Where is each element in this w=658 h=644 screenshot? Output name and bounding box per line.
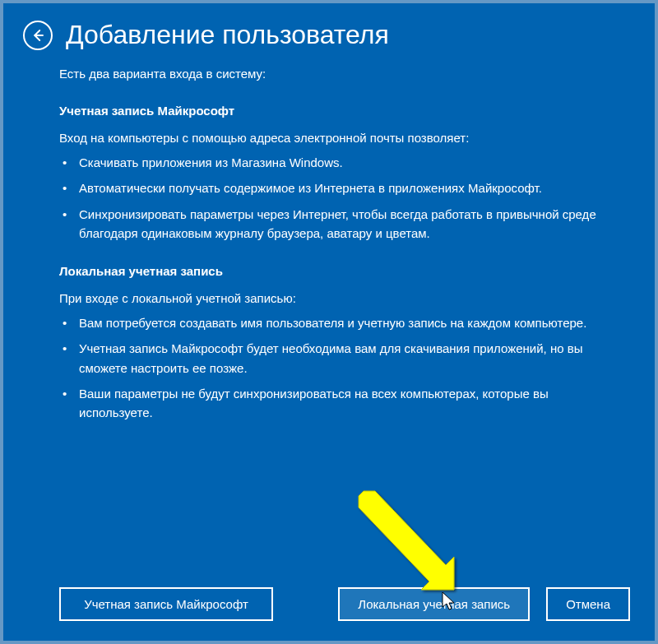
intro-text: Есть два варианта входа в систему: [59, 67, 599, 81]
section-heading: Учетная запись Майкрософт [59, 104, 599, 118]
list-item: Синхронизировать параметры через Интерне… [74, 205, 599, 243]
section-microsoft: Учетная запись Майкрософт Вход на компью… [59, 104, 599, 243]
list-item: Ваши параметры не будут синхронизировать… [74, 384, 599, 423]
local-account-button[interactable]: Локальная учетная запись [338, 587, 530, 621]
list-item: Вам потребуется создавать имя пользовате… [74, 313, 599, 332]
arrow-left-icon [30, 28, 45, 43]
microsoft-account-button[interactable]: Учетная запись Майкрософт [59, 587, 273, 621]
list-item: Скачивать приложения из Магазина Windows… [74, 153, 599, 172]
list-item: Автоматически получать содержимое из Инт… [74, 178, 599, 197]
local-notes-list: Вам потребуется создавать имя пользовате… [59, 313, 599, 422]
button-row: Учетная запись Майкрософт Локальная учет… [3, 587, 655, 621]
cancel-button[interactable]: Отмена [546, 587, 630, 621]
section-description: Вход на компьютеры с помощью адреса элек… [59, 131, 599, 145]
section-local: Локальная учетная запись При входе с лок… [59, 264, 599, 422]
arrow-annotation-icon [349, 484, 464, 600]
list-item: Учетная запись Майкрософт будет необходи… [74, 339, 599, 378]
section-heading: Локальная учетная запись [59, 264, 599, 278]
page-title: Добавление пользователя [66, 20, 389, 50]
section-description: При входе с локальной учетной записью: [59, 291, 599, 305]
back-button[interactable] [23, 21, 53, 50]
microsoft-benefits-list: Скачивать приложения из Магазина Windows… [59, 153, 599, 243]
